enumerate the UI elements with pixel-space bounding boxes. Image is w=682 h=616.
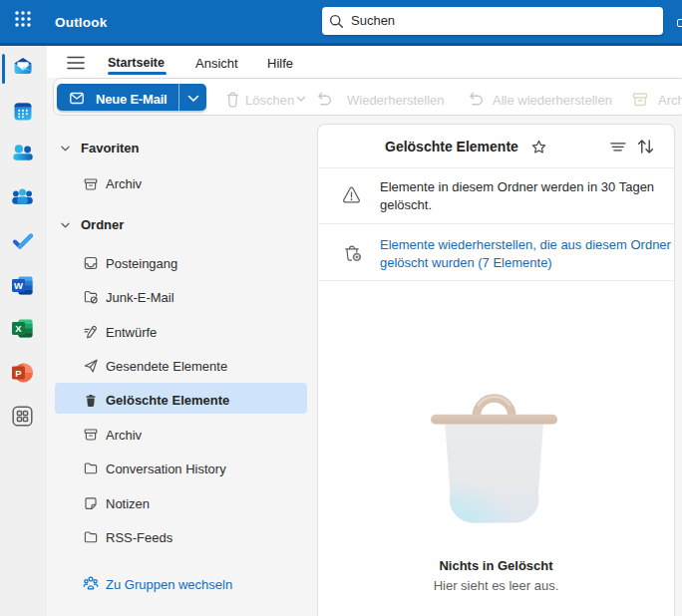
svg-text:W: W bbox=[14, 280, 23, 291]
svg-text:P: P bbox=[15, 368, 22, 379]
svg-text:X: X bbox=[15, 323, 22, 334]
